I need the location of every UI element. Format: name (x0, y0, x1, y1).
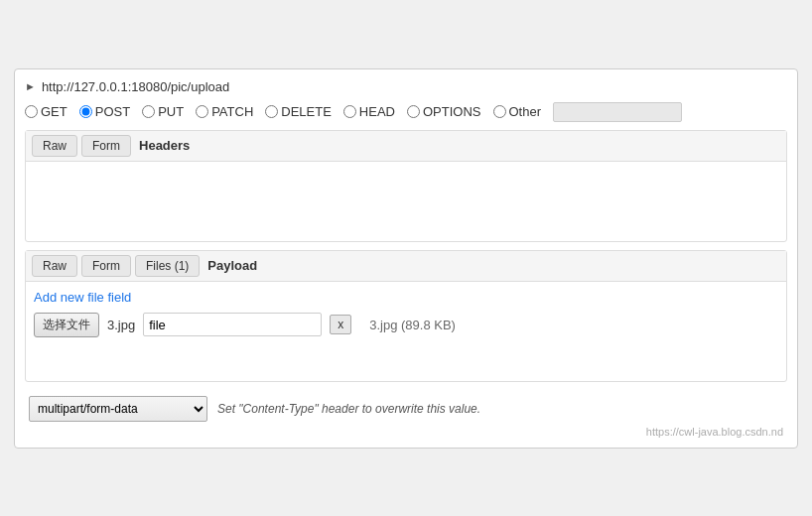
payload-raw-tab[interactable]: Raw (32, 255, 77, 277)
headers-tabs-row: Raw Form Headers (26, 131, 786, 162)
label-put: PUT (158, 104, 184, 119)
method-delete[interactable]: DELETE (265, 104, 332, 119)
main-container: ► http://127.0.0.1:18080/pic/upload GET … (14, 68, 798, 449)
radio-put[interactable] (142, 105, 155, 118)
url-bar: ► http://127.0.0.1:18080/pic/upload (25, 79, 787, 94)
label-delete: DELETE (281, 104, 332, 119)
method-row: GET POST PUT PATCH DELETE HEAD OPTIONS (25, 102, 787, 122)
payload-active-label: Payload (207, 258, 257, 273)
content-type-select[interactable]: multipart/form-data (29, 396, 207, 422)
field-name-input[interactable] (143, 313, 322, 336)
label-post: POST (95, 104, 130, 119)
label-options: OPTIONS (423, 104, 481, 119)
payload-tabs-row: Raw Form Files (1) Payload (26, 251, 786, 282)
watermark: https://cwl-java.blog.csdn.nd (25, 424, 787, 438)
label-other: Other (509, 104, 542, 119)
choose-file-button[interactable]: 选择文件 (34, 313, 99, 337)
radio-patch[interactable] (196, 105, 208, 118)
content-type-hint: Set "Content-Type" header to overwrite t… (217, 402, 480, 416)
file-name-label: 3.jpg (107, 318, 135, 332)
method-head[interactable]: HEAD (343, 104, 395, 119)
headers-body (26, 162, 786, 241)
radio-options[interactable] (407, 105, 420, 118)
headers-form-tab[interactable]: Form (81, 135, 131, 157)
payload-section: Raw Form Files (1) Payload Add new file … (25, 250, 787, 382)
file-info-label: 3.jpg (89.8 KB) (369, 318, 456, 332)
url-arrow-icon: ► (25, 80, 36, 92)
payload-files-tab[interactable]: Files (1) (135, 255, 200, 277)
remove-file-button[interactable]: x (330, 315, 351, 334)
label-patch: PATCH (211, 104, 253, 119)
file-row: 选择文件 3.jpg x 3.jpg (89.8 KB) (34, 313, 778, 337)
method-put[interactable]: PUT (142, 104, 184, 119)
method-other[interactable]: Other (493, 104, 542, 119)
label-head: HEAD (359, 104, 395, 119)
headers-section: Raw Form Headers (25, 130, 787, 242)
payload-body: Add new file field 选择文件 3.jpg x 3.jpg (8… (26, 282, 786, 381)
method-post[interactable]: POST (79, 104, 130, 119)
radio-get[interactable] (25, 105, 38, 118)
radio-post[interactable] (79, 105, 92, 118)
radio-head[interactable] (343, 105, 356, 118)
label-get: GET (41, 104, 68, 119)
method-get[interactable]: GET (25, 104, 68, 119)
url-text: http://127.0.0.1:18080/pic/upload (42, 79, 229, 94)
bottom-bar: multipart/form-data Set "Content-Type" h… (25, 390, 787, 424)
method-patch[interactable]: PATCH (196, 104, 253, 119)
payload-form-tab[interactable]: Form (81, 255, 131, 277)
radio-delete[interactable] (265, 105, 278, 118)
headers-raw-tab[interactable]: Raw (32, 135, 77, 157)
headers-active-label: Headers (139, 138, 190, 153)
add-file-field-link[interactable]: Add new file field (34, 290, 778, 305)
method-options[interactable]: OPTIONS (407, 104, 481, 119)
other-method-input[interactable] (553, 102, 682, 122)
radio-other[interactable] (493, 105, 506, 118)
